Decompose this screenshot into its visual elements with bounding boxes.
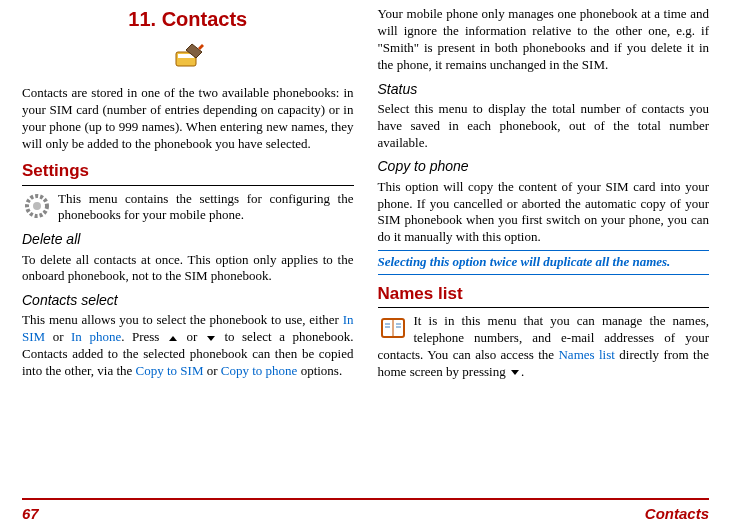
book-icon — [378, 313, 408, 343]
settings-desc: This menu contains the settings for conf… — [58, 191, 354, 225]
contacts-select-text: This menu allows you to select the phone… — [22, 312, 354, 380]
settings-heading: Settings — [22, 160, 354, 185]
top-right-text: Your mobile phone only manages one phone… — [378, 6, 710, 74]
left-column: 11. Contacts Contacts are stored in one … — [22, 6, 354, 383]
gear-icon — [22, 191, 52, 221]
intro-text: Contacts are stored in one of the two av… — [22, 85, 354, 153]
status-text: Select this menu to display the total nu… — [378, 101, 710, 152]
page-footer: 67 Contacts — [22, 498, 709, 524]
names-list-heading: Names list — [378, 283, 710, 308]
arrow-down-icon — [207, 336, 215, 341]
status-heading: Status — [378, 80, 710, 98]
delete-all-text: To delete all contacts at once. This opt… — [22, 252, 354, 286]
page-number: 67 — [22, 504, 39, 524]
contacts-icon — [22, 40, 354, 75]
names-list-link: Names list — [558, 347, 614, 362]
arrow-up-icon — [169, 336, 177, 341]
right-column: Your mobile phone only manages one phone… — [378, 6, 710, 383]
contacts-select-heading: Contacts select — [22, 291, 354, 309]
names-list-text: It is in this menu that you can manage t… — [378, 313, 710, 381]
chapter-title: 11. Contacts — [22, 6, 354, 32]
warning-note: Selecting this option twice will duplica… — [378, 250, 710, 275]
copy-to-phone-heading: Copy to phone — [378, 157, 710, 175]
svg-point-5 — [33, 202, 41, 210]
section-name: Contacts — [645, 504, 709, 524]
in-phone-label: In phone — [71, 329, 121, 344]
arrow-down-icon — [511, 370, 519, 375]
copy-to-phone-label: Copy to phone — [221, 363, 298, 378]
copy-to-phone-text: This option will copy the content of you… — [378, 179, 710, 247]
settings-block: This menu contains the settings for conf… — [22, 191, 354, 225]
delete-all-heading: Delete all — [22, 230, 354, 248]
copy-to-sim-label: Copy to SIM — [136, 363, 204, 378]
